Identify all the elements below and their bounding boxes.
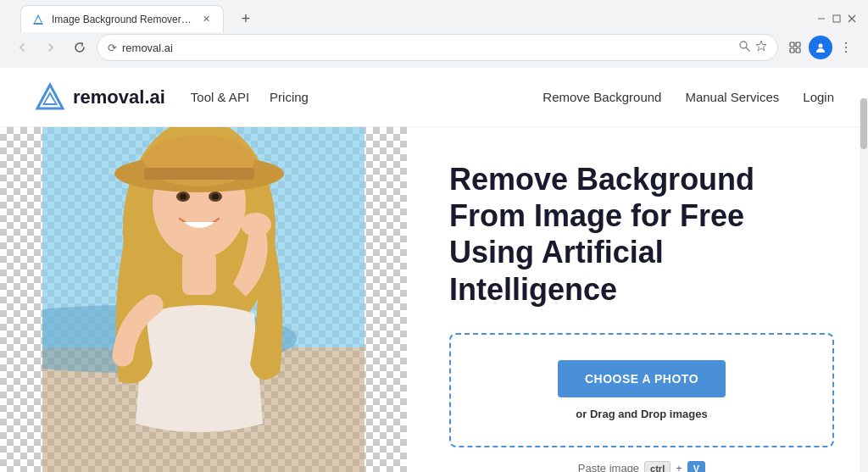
site-header: removal.ai Tool & API Pricing Remove Bac… [0, 68, 868, 127]
extensions-button[interactable] [783, 36, 807, 59]
svg-rect-9 [790, 42, 794, 47]
choose-photo-button[interactable]: CHOOSE A PHOTO [558, 360, 726, 397]
nav-login[interactable]: Login [803, 90, 834, 104]
nav-right: Remove Background Manual Services Login [542, 90, 834, 104]
drag-label: Drag [590, 408, 615, 420]
logo[interactable]: removal.ai [34, 81, 165, 114]
nav-left: Tool & API Pricing [191, 90, 309, 104]
woman-illustration [42, 127, 364, 472]
hero-title: Remove Background From Image for Free Us… [449, 161, 834, 308]
svg-point-31 [180, 194, 186, 200]
woman-svg [42, 127, 364, 472]
refresh-button[interactable] [68, 36, 92, 59]
svg-point-32 [212, 194, 219, 200]
svg-point-15 [845, 47, 847, 48]
drag-suffix: and Drop images [615, 408, 708, 420]
drag-drop-text: or Drag and Drop images [468, 408, 815, 420]
maximize-button[interactable] [831, 13, 843, 25]
website-content: removal.ai Tool & API Pricing Remove Bac… [0, 68, 868, 472]
toolbar-icons [783, 36, 858, 59]
drag-prefix: or [576, 408, 590, 420]
tab-favicon [31, 13, 45, 26]
forward-button[interactable] [39, 36, 63, 59]
logo-text: removal.ai [73, 86, 165, 108]
url-input[interactable] [122, 42, 733, 54]
active-tab[interactable]: Image Background Remover | R... ✕ [20, 5, 224, 32]
back-button[interactable] [10, 36, 34, 59]
svg-rect-10 [796, 42, 800, 47]
upload-dropzone[interactable]: CHOOSE A PHOTO or Drag and Drop images [449, 333, 834, 447]
svg-rect-3 [833, 15, 840, 22]
new-tab-button[interactable]: + [234, 7, 258, 31]
search-icon [738, 40, 750, 55]
profile-button[interactable] [809, 36, 832, 59]
paste-row: Paste image ctrl + V [449, 461, 834, 472]
paste-key-v: V [687, 461, 705, 472]
svg-rect-2 [818, 19, 825, 19]
hero-image [0, 127, 407, 472]
window-action-buttons [815, 13, 858, 25]
scrollbar-track[interactable] [860, 98, 868, 472]
paste-plus: + [676, 462, 682, 472]
svg-rect-12 [796, 48, 800, 53]
close-window-button[interactable] [846, 13, 858, 25]
menu-button[interactable] [834, 36, 858, 59]
nav-pricing[interactable]: Pricing [270, 90, 309, 104]
svg-rect-27 [144, 168, 254, 180]
browser-chrome: Image Background Remover | R... ✕ + [0, 0, 868, 68]
address-bar[interactable]: ⟳ [97, 34, 778, 61]
hero-section: Remove Background From Image for Free Us… [0, 127, 868, 472]
address-bar-row: ⟳ [0, 31, 868, 68]
logo-icon [34, 81, 66, 114]
scrollbar-thumb[interactable] [860, 98, 867, 149]
hero-content: Remove Background From Image for Free Us… [407, 127, 868, 472]
svg-point-16 [845, 51, 847, 53]
nav-remove-background[interactable]: Remove Background [542, 90, 661, 104]
svg-point-14 [845, 42, 847, 44]
tab-title: Image Background Remover | R... [52, 14, 192, 25]
nav-tool-api[interactable]: Tool & API [191, 90, 249, 104]
svg-rect-28 [182, 253, 216, 295]
minimize-button[interactable] [815, 13, 827, 25]
tab-close-button[interactable]: ✕ [199, 13, 213, 26]
secure-icon: ⟳ [108, 42, 117, 54]
svg-marker-8 [756, 41, 766, 51]
nav-manual-services[interactable]: Manual Services [685, 90, 779, 104]
svg-line-7 [746, 47, 749, 51]
svg-rect-11 [790, 48, 794, 53]
star-icon[interactable] [755, 40, 767, 55]
svg-point-33 [241, 213, 271, 236]
svg-point-13 [819, 44, 823, 48]
title-bar: Image Background Remover | R... ✕ + [0, 0, 868, 31]
paste-key-ctrl: ctrl [644, 461, 670, 472]
paste-label: Paste image [578, 462, 639, 472]
